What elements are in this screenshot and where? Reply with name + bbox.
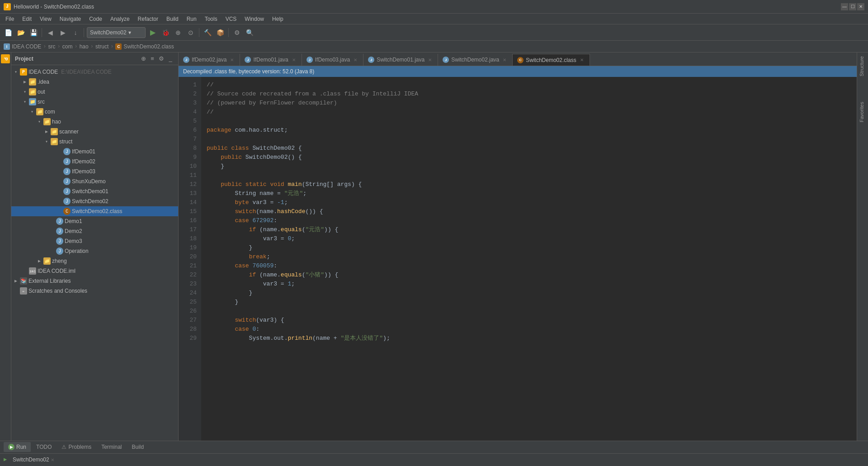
breadcrumb-root[interactable]: IDEA CODE xyxy=(12,43,41,50)
menu-analyze[interactable]: Analyze xyxy=(107,15,133,23)
menu-window[interactable]: Window xyxy=(241,15,268,23)
tab-ifdemo03[interactable]: J IfDemo03.java ✕ xyxy=(302,54,363,66)
toolbar-new-btn[interactable]: 📄 xyxy=(3,27,14,38)
toolbar-save-btn[interactable]: 💾 xyxy=(28,27,39,38)
menu-help[interactable]: Help xyxy=(269,15,287,23)
menu-view[interactable]: View xyxy=(36,15,55,23)
menu-build[interactable]: Build xyxy=(163,15,182,23)
toolbar-open-btn[interactable]: 📂 xyxy=(15,27,26,38)
project-tool-button[interactable]: P xyxy=(1,54,10,63)
profile-button[interactable]: ⊙ xyxy=(185,27,196,38)
panel-expand-btn[interactable]: ≡ xyxy=(148,55,156,63)
line-15: 15 xyxy=(179,207,201,216)
tree-item-demo2[interactable]: J Demo2 xyxy=(11,226,178,236)
menu-vcs[interactable]: VCS xyxy=(222,15,241,23)
maximize-button[interactable]: ☐ xyxy=(849,3,856,10)
menu-tools[interactable]: Tools xyxy=(201,15,221,23)
tree-item-zheng[interactable]: ▶ 📁 zheng xyxy=(11,256,178,266)
tab-close-btn[interactable]: ✕ xyxy=(352,57,359,63)
run-close-btn[interactable]: ✕ xyxy=(51,456,54,463)
line-13: 13 xyxy=(179,189,201,198)
line-9: 9 xyxy=(179,153,201,162)
tree-item-ifdemo02[interactable]: J IfDemo02 xyxy=(11,157,178,166)
tab-close-btn[interactable]: ✕ xyxy=(427,57,433,63)
tree-item-switchdemo02[interactable]: J SwitchDemo02 xyxy=(11,196,178,206)
panel-minimize-btn[interactable]: _ xyxy=(166,55,175,63)
menu-file[interactable]: File xyxy=(2,15,18,23)
bottom-tabs: ▶ Run TODO ⚠ Problems Terminal Build xyxy=(0,441,868,454)
tree-item-com[interactable]: ▾ 📁 com xyxy=(11,107,178,117)
problems-tab[interactable]: ⚠ Problems xyxy=(57,442,96,452)
tree-item-switchdemo01[interactable]: J SwitchDemo01 xyxy=(11,186,178,196)
tree-item-ext-libs[interactable]: ▶ 📚 External Libraries xyxy=(11,276,178,286)
tree-item-scratches[interactable]: ✏ Scratches and Consoles xyxy=(11,286,178,296)
tree-item-src[interactable]: ▾ 📁 src xyxy=(11,97,178,107)
toolbar-sep-1 xyxy=(42,28,42,37)
tree-root-path: E:\IDEA\IDEA CODE xyxy=(61,69,111,75)
tree-item-ifdemo03[interactable]: J IfDemo03 xyxy=(11,166,178,176)
tab-ifdemo02[interactable]: J IfDemo02.java ✕ xyxy=(179,54,240,66)
tab-close-btn[interactable]: ✕ xyxy=(501,57,508,63)
tab-switchdemo01[interactable]: J SwitchDemo01.java ✕ xyxy=(363,54,438,66)
tree-item-root[interactable]: ▾ P IDEA CODE E:\IDEA\IDEA CODE xyxy=(11,67,178,77)
panel-localize-btn[interactable]: ⊕ xyxy=(139,55,147,63)
menu-edit[interactable]: Edit xyxy=(19,15,35,23)
structure-panel-btn[interactable]: Structure xyxy=(857,52,866,80)
tab-switchdemo02-class[interactable]: C SwitchDemo02.class ✕ xyxy=(513,54,590,66)
tab-ifdemo01[interactable]: J IfDemo01.java ✕ xyxy=(240,54,302,66)
coverage-button[interactable]: ⊕ xyxy=(173,27,184,38)
tree-item-idea[interactable]: ▶ 📁 .idea xyxy=(11,77,178,87)
tree-item-shunxudemo[interactable]: J ShunXuDemo xyxy=(11,176,178,186)
tree-item-out[interactable]: ▾ 📁 out xyxy=(11,87,178,97)
menu-code[interactable]: Code xyxy=(85,15,106,23)
tree-item-scanner[interactable]: ▶ 📁 scanner xyxy=(11,127,178,137)
breadcrumb-file[interactable]: SwitchDemo02.class xyxy=(123,43,174,50)
terminal-tab[interactable]: Terminal xyxy=(97,442,126,452)
run-button[interactable]: ▶ xyxy=(147,27,158,38)
title-left: J Helloworld - SwitchDemo02.class xyxy=(4,3,94,10)
tab-close-btn[interactable]: ✕ xyxy=(579,57,585,63)
tab-close-btn[interactable]: ✕ xyxy=(229,57,235,63)
tree-item-ifdemo01[interactable]: J IfDemo01 xyxy=(11,147,178,157)
tree-label: Demo2 xyxy=(65,228,82,234)
favorites-panel-btn[interactable]: Favorites xyxy=(857,98,866,126)
tree-item-operation[interactable]: J Operation xyxy=(11,246,178,256)
run-config-dropdown[interactable]: SwitchDemo02 ▾ xyxy=(87,27,146,38)
toolbar-forward-btn[interactable]: ▶ xyxy=(57,27,68,38)
panel-gear-btn[interactable]: ⚙ xyxy=(157,55,165,63)
tab-switchdemo02-java[interactable]: J SwitchDemo02.java ✕ xyxy=(438,54,513,66)
code-content[interactable]: // // Source code recreated from a .clas… xyxy=(201,77,857,441)
todo-tab[interactable]: TODO xyxy=(32,442,56,452)
build-project-btn[interactable]: 🔨 xyxy=(202,27,213,38)
breadcrumb-hao[interactable]: hao xyxy=(80,43,89,50)
menu-run[interactable]: Run xyxy=(183,15,200,23)
tree-item-demo3[interactable]: J Demo3 xyxy=(11,236,178,246)
close-button[interactable]: ✕ xyxy=(857,3,864,10)
search-everywhere-btn[interactable]: 🔍 xyxy=(244,27,255,38)
debug-button[interactable]: 🐞 xyxy=(160,27,171,38)
tabs-bar: J IfDemo02.java ✕ J IfDemo01.java ✕ J If… xyxy=(179,52,857,66)
tree-item-iml[interactable]: iml IDEA CODE.iml xyxy=(11,266,178,276)
tree-item-struct[interactable]: ▾ 📁 struct xyxy=(11,137,178,147)
tree-item-switchdemo02-class[interactable]: C SwitchDemo02.class xyxy=(11,206,178,216)
code-editor[interactable]: 1 2 3 4 5 6 7 8 9 10 11 12 13 14 15 16 1… xyxy=(179,77,857,441)
toolbar-settings-btn[interactable]: ⚙ xyxy=(231,27,242,38)
tab-close-btn[interactable]: ✕ xyxy=(291,57,297,63)
menu-navigate[interactable]: Navigate xyxy=(56,15,85,23)
menu-refactor[interactable]: Refactor xyxy=(134,15,162,23)
breadcrumb-struct[interactable]: struct xyxy=(95,43,108,50)
toolbar-back-btn[interactable]: ◀ xyxy=(45,27,56,38)
toolbar-recent-btn[interactable]: ↓ xyxy=(70,27,81,38)
run-tab[interactable]: ▶ Run xyxy=(4,442,31,452)
project-tree: ▾ P IDEA CODE E:\IDEA\IDEA CODE ▶ 📁 .ide… xyxy=(11,65,178,441)
tree-item-demo1[interactable]: J Demo1 xyxy=(11,216,178,226)
breadcrumb-com[interactable]: com xyxy=(62,43,73,50)
sdk-manager-btn[interactable]: 📦 xyxy=(215,27,226,38)
run-play-btn[interactable]: ▶ xyxy=(4,456,11,463)
line-7: 7 xyxy=(179,135,201,144)
breadcrumb-src[interactable]: src xyxy=(48,43,56,50)
minimize-button[interactable]: — xyxy=(841,3,848,10)
tree-label: SwitchDemo01 xyxy=(72,188,108,195)
build-tab[interactable]: Build xyxy=(127,442,149,452)
tree-item-hao[interactable]: ▾ 📁 hao xyxy=(11,117,178,127)
